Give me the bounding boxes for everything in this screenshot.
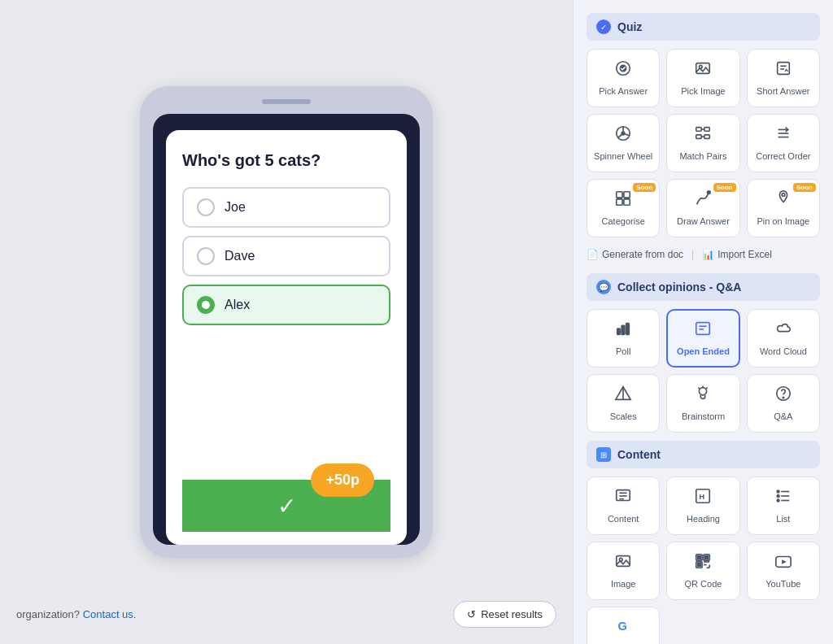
pick-answer-btn[interactable]: Pick Answer xyxy=(587,49,660,107)
spinner-wheel-btn[interactable]: Spinner Wheel xyxy=(587,114,660,172)
heading-btn[interactable]: H Heading xyxy=(666,476,739,535)
pin-image-soon-badge: Soon xyxy=(793,183,816,192)
qa-btn[interactable]: Q&A xyxy=(747,374,820,433)
option-joe[interactable]: Joe xyxy=(182,187,390,228)
categorise-label: Categorise xyxy=(602,216,645,227)
qr-code-btn[interactable]: QR Code xyxy=(666,542,739,600)
image-btn[interactable]: Image xyxy=(587,542,660,600)
bottom-bar: organization? Contact us. ↺ Reset result… xyxy=(0,601,573,628)
org-text: organization? Contact us. xyxy=(16,608,136,620)
radio-alex xyxy=(197,296,215,314)
svg-rect-13 xyxy=(704,128,709,132)
open-ended-btn[interactable]: Open Ended xyxy=(666,309,739,368)
scales-label: Scales xyxy=(610,411,637,422)
right-panel: ✓ Quiz Pick Answer Pi xyxy=(573,0,833,644)
svg-rect-27 xyxy=(617,329,621,334)
import-excel-link[interactable]: 📊 Import Excel xyxy=(702,246,772,263)
quiz-card: Who's got 5 cats? Joe Dave Alex ✓ +50p xyxy=(166,130,407,545)
svg-rect-22 xyxy=(624,192,630,198)
svg-point-25 xyxy=(708,191,711,194)
categorise-btn[interactable]: Soon Categorise xyxy=(587,179,660,237)
option-joe-text: Joe xyxy=(225,200,246,215)
poll-icon xyxy=(614,320,632,342)
correct-order-btn[interactable]: Correct Order xyxy=(747,114,820,172)
correct-order-label: Correct Order xyxy=(756,151,810,162)
reset-button[interactable]: ↺ Reset results xyxy=(453,601,556,628)
phone-mockup: Who's got 5 cats? Joe Dave Alex ✓ +50p xyxy=(140,86,433,558)
draw-answer-btn[interactable]: Soon Draw Answer xyxy=(666,179,739,237)
spinner-wheel-icon xyxy=(614,124,632,146)
brainstorm-label: Brainstorm xyxy=(682,411,725,422)
svg-rect-15 xyxy=(704,135,709,139)
word-cloud-icon xyxy=(774,320,792,342)
svg-rect-28 xyxy=(621,325,625,334)
content-section-title: Content xyxy=(617,448,661,461)
list-btn[interactable]: List xyxy=(747,476,820,535)
svg-rect-21 xyxy=(617,192,622,198)
draw-answer-soon-badge: Soon xyxy=(713,183,736,192)
brainstorm-btn[interactable]: Brainstorm xyxy=(666,374,739,433)
list-label: List xyxy=(776,514,790,524)
svg-text:H: H xyxy=(700,493,705,501)
pin-image-btn[interactable]: Soon Pin on Image xyxy=(747,179,820,237)
heading-label: Heading xyxy=(687,514,720,524)
qr-code-label: QR Code xyxy=(685,579,722,590)
radio-dave xyxy=(197,247,215,265)
opinions-section-title: Collect opinions - Q&A xyxy=(617,281,741,294)
option-dave[interactable]: Dave xyxy=(182,236,390,276)
open-ended-label: Open Ended xyxy=(677,346,730,357)
svg-rect-60 xyxy=(698,564,701,567)
content-grid: Content H Heading xyxy=(587,476,820,644)
youtube-label: YouTube xyxy=(765,579,800,590)
open-ended-icon xyxy=(694,320,712,342)
content-label: Content xyxy=(608,514,639,524)
phone-screen: Who's got 5 cats? Joe Dave Alex ✓ +50p xyxy=(153,114,420,545)
left-panel: Who's got 5 cats? Joe Dave Alex ✓ +50p xyxy=(0,0,573,644)
list-icon xyxy=(774,487,792,509)
correct-order-icon xyxy=(774,124,792,146)
content-icon xyxy=(614,487,632,509)
content-btn[interactable]: Content xyxy=(587,476,660,535)
svg-rect-59 xyxy=(705,555,709,559)
poll-btn[interactable]: Poll xyxy=(587,309,660,368)
action-row: 📄 Generate from doc | 📊 Import Excel xyxy=(587,246,820,263)
youtube-icon xyxy=(774,552,792,574)
svg-point-50 xyxy=(777,490,779,493)
doc-icon: 📄 xyxy=(587,249,599,260)
google-slides-btn[interactable]: G Google Slides xyxy=(587,607,660,644)
opinions-grid: Poll Open Ended Word Cloud xyxy=(587,309,820,433)
word-cloud-label: Word Cloud xyxy=(760,346,807,357)
pin-image-icon xyxy=(774,189,792,211)
quiz-section-header: ✓ Quiz xyxy=(587,13,820,41)
heading-icon: H xyxy=(694,487,712,509)
excel-icon: 📊 xyxy=(702,249,714,260)
svg-line-38 xyxy=(707,388,708,389)
google-slides-icon: G xyxy=(614,617,632,639)
scales-btn[interactable]: Scales xyxy=(587,374,660,433)
word-cloud-btn[interactable]: Word Cloud xyxy=(747,309,820,368)
svg-rect-12 xyxy=(696,128,701,132)
points-badge: +50p xyxy=(311,463,374,497)
qr-code-icon xyxy=(694,552,712,574)
svg-point-26 xyxy=(782,193,785,196)
submit-bar[interactable]: ✓ +50p xyxy=(182,480,390,532)
pin-image-label: Pin on Image xyxy=(757,216,809,227)
poll-label: Poll xyxy=(616,346,630,357)
spinner-wheel-label: Spinner Wheel xyxy=(594,151,652,162)
draw-answer-icon xyxy=(694,189,712,211)
youtube-btn[interactable]: YouTube xyxy=(747,542,820,600)
svg-rect-23 xyxy=(617,199,622,205)
generate-doc-link[interactable]: 📄 Generate from doc xyxy=(587,246,683,263)
draw-answer-label: Draw Answer xyxy=(677,216,730,227)
short-answer-btn[interactable]: Short Answer xyxy=(747,49,820,107)
pick-image-btn[interactable]: Pick Image xyxy=(666,49,739,107)
categorise-icon xyxy=(614,189,632,211)
pick-answer-icon xyxy=(614,59,632,81)
option-alex[interactable]: Alex xyxy=(182,285,390,325)
short-answer-icon xyxy=(774,59,792,81)
svg-rect-4 xyxy=(777,63,789,75)
categorise-soon-badge: Soon xyxy=(633,183,656,192)
qa-label: Q&A xyxy=(774,411,792,422)
contact-link[interactable]: Contact us. xyxy=(83,608,137,620)
match-pairs-btn[interactable]: Match Pairs xyxy=(666,114,739,172)
